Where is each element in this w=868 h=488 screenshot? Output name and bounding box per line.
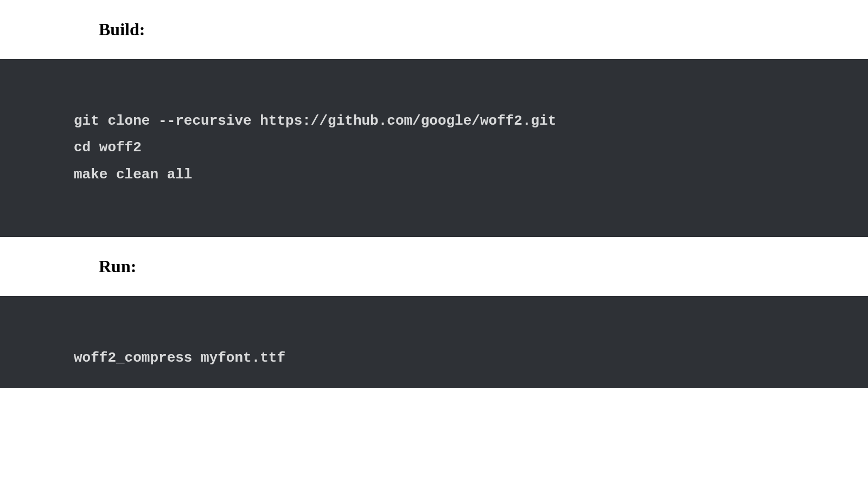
run-code-block[interactable]: woff2_compress myfont.ttf xyxy=(0,296,868,388)
build-code-block[interactable]: git clone --recursive https://github.com… xyxy=(0,59,868,237)
build-heading: Build: xyxy=(0,0,868,59)
run-heading: Run: xyxy=(0,237,868,296)
